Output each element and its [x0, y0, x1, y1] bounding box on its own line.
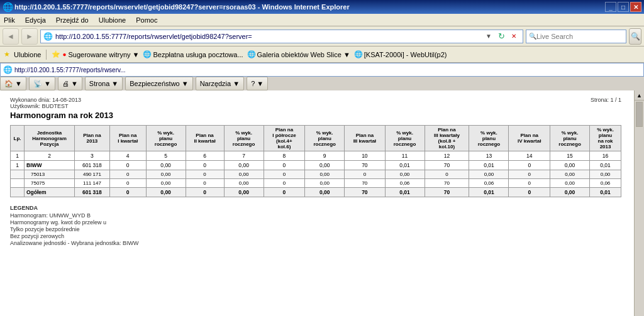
page-value: 1 / 1 [610, 97, 621, 103]
address-box2[interactable]: 🌐 http://10.200.1.55:7777/reports/rwserv… [0, 63, 644, 77]
minimize-button[interactable]: _ [605, 2, 616, 12]
cell-name: BIWW [25, 161, 75, 170]
col-num-15: 15 [550, 151, 590, 161]
th-plan-q2: Plan naII kwartał [186, 126, 224, 151]
search-box[interactable]: 🔍 [526, 30, 626, 43]
scroll-track[interactable] [635, 101, 644, 316]
col-num-8: 8 [264, 151, 305, 161]
nav-bar: ◄ ► 🌐 http://10.200.1.55:7777/reports/rw… [0, 26, 644, 46]
cell-pct-q3: 0,00 [385, 170, 425, 179]
legend-line-2: Harmonogramy wg. kwot do przelew u [10, 219, 621, 226]
dropdown-arrow[interactable]: ▼ [482, 30, 495, 43]
cell-q4: 0 [509, 179, 550, 188]
cell-pct-half: 0,00 [305, 179, 345, 188]
favorites-bar: ★ Ulubione ⭐ ● Sugerowane witryny ▼ 🌐 Be… [0, 46, 644, 63]
help-button[interactable]: ? ▼ [247, 77, 268, 90]
cell-q1: 0 [109, 161, 146, 170]
cell-pct-3q: 0,01 [469, 161, 509, 170]
table-header-row: Lp. JednostkaHarmonogramPozycja Plan na2… [11, 126, 621, 151]
cell-plan2013: 111 147 [75, 179, 110, 188]
stop-button[interactable]: ✕ [508, 30, 520, 43]
title-bar: 🌐 http://10.200.1.55:7777/reports/rwserv… [0, 0, 644, 14]
th-pct-q4: % wyk.planurocznego [550, 126, 590, 151]
user-line: Użytkownik: BUDTEST [10, 103, 81, 109]
cell-q3-total: 70 [345, 188, 385, 197]
favorites-label[interactable]: Ulubione [14, 51, 41, 58]
cell-plan2013: 601 318 [75, 161, 110, 170]
cell-3q: 70 [425, 179, 469, 188]
cell-q4: 0 [509, 161, 550, 170]
forward-button[interactable]: ► [21, 28, 38, 45]
close-button[interactable]: ✕ [630, 2, 641, 12]
menu-edycja[interactable]: Edycja [25, 16, 46, 24]
menu-plik[interactable]: Plik [4, 16, 15, 24]
scroll-up-button[interactable]: ▲ [635, 90, 644, 101]
ksat-icon: 🌐 [354, 50, 363, 58]
page-menu-button[interactable]: Strona ▼ [85, 77, 123, 90]
cell-q1-total: 0 [109, 188, 146, 197]
legend-line-3: Tylko pozycje bezpośrednie [10, 226, 621, 232]
search-button[interactable]: 🔍 [629, 28, 641, 45]
cell-pct-half: 0,00 [305, 170, 345, 179]
cell-pct-half-total: 0,00 [305, 188, 345, 197]
col-num-6: 6 [186, 151, 224, 161]
favorites-poczta[interactable]: 🌐 Bezpłatna usługa pocztowa... [143, 50, 243, 58]
th-lp: Lp. [11, 126, 25, 151]
address-url2: http://10.200.1.55:7777/reports/rwserv..… [14, 67, 126, 74]
separator [46, 50, 47, 60]
cell-pct-half: 0,00 [305, 161, 345, 170]
cell-pct-q4: 0,00 [550, 161, 590, 170]
safety-button[interactable]: Bezpieczeństwo ▼ [125, 77, 192, 90]
home-button[interactable]: 🏠 ▼ [0, 77, 26, 90]
cell-half: 0 [264, 179, 305, 188]
cell-name-total: Ogółem [25, 188, 75, 197]
feeds-button[interactable]: 📡 ▼ [29, 77, 55, 90]
favorites-star-icon: ★ [4, 50, 10, 58]
executed-line: Wykonano dnia: 14-08-2013 [10, 97, 81, 103]
favorites-suggested[interactable]: ⭐ ● Sugerowane witryny ▼ [52, 50, 139, 58]
suggested-icon: ⭐ [52, 50, 60, 58]
table-row: 75075 111 147 0 0,00 0 0,00 0 0,00 70 0,… [11, 179, 621, 188]
col-num-3: 3 [75, 151, 110, 161]
print-button[interactable]: 🖨 ▼ [58, 77, 82, 90]
scrollbar[interactable]: ▲ ▼ [634, 90, 644, 316]
menu-ulubione[interactable]: Ulubione [99, 16, 126, 24]
window-controls[interactable]: _ □ ✕ [605, 2, 641, 12]
cell-pct-q1: 0,00 [146, 179, 186, 188]
page-label: Strona: [591, 97, 609, 103]
th-pct-q2: % wyk.planurocznego [224, 126, 264, 151]
menu-przejdz[interactable]: Przejdź do [56, 16, 89, 24]
cell-pct-q4: 0,00 [550, 179, 590, 188]
cell-q2: 0 [186, 179, 224, 188]
cell-pct-q3-total: 0,01 [385, 188, 425, 197]
cell-pct-year-total: 0,01 [590, 188, 621, 197]
suggested-label: Sugerowane witryny ▼ [68, 51, 139, 58]
refresh-button[interactable]: ↻ [495, 30, 508, 43]
legend-line-4: Bez pozycji zerowych [10, 233, 621, 239]
table-colnum-row: 1 2 3 4 5 6 7 8 9 10 11 12 13 14 15 16 [11, 151, 621, 161]
favorites-ksat[interactable]: 🌐 [KSAT-2000i] - WebUtil(p2) [354, 50, 447, 58]
address-bar[interactable]: 🌐 http://10.200.1.55:7777/reports/rwserv… [40, 30, 523, 43]
scroll-thumb[interactable] [636, 102, 643, 127]
cell-pct-q1: 0,00 [146, 161, 186, 170]
cell-pct-q4-total: 0,00 [550, 188, 590, 197]
window-title: http://10.200.1.55:7777/reports/rwservle… [14, 3, 605, 11]
tools-button[interactable]: Narzędzia ▼ [196, 77, 244, 90]
search-input[interactable] [536, 33, 612, 40]
toolbar-right: 🏠 ▼ 📡 ▼ 🖨 ▼ Strona ▼ Bezpieczeństwo ▼ Na… [0, 77, 644, 90]
maximize-button[interactable]: □ [618, 2, 629, 12]
poczta-label: Bezpłatna usługa pocztowa... [153, 51, 243, 58]
page-icon: 🌐 [43, 32, 53, 41]
cell-q1: 0 [109, 179, 146, 188]
menu-pomoc[interactable]: Pomoc [136, 16, 157, 24]
cell-pct-3q: 0,00 [469, 170, 509, 179]
th-plan-q4: Plan naIV kwartał [509, 126, 550, 151]
ksat-label: [KSAT-2000i] - WebUtil(p2) [364, 51, 447, 58]
cell-pct-q4: 0,00 [550, 170, 590, 179]
th-pct-q3: % wyk.planurocznego [385, 126, 425, 151]
col-num-4: 4 [109, 151, 146, 161]
back-button[interactable]: ◄ [3, 28, 19, 45]
favorites-galeria[interactable]: 🌐 Galeria obiektów Web Slice ▼ [247, 50, 350, 58]
cell-name: 75075 [25, 179, 75, 188]
address-globe-icon: 🌐 [3, 65, 13, 74]
